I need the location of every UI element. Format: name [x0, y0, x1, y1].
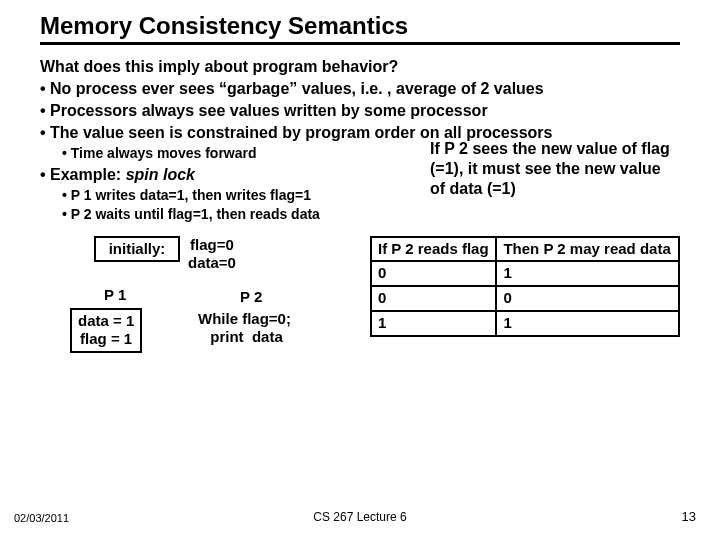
cell: 1 [371, 311, 496, 336]
example-em: spin lock [126, 166, 195, 183]
truth-table: If P 2 reads flag Then P 2 may read data… [370, 232, 680, 337]
bullet-1: No process ever sees “garbage” values, i… [40, 79, 680, 99]
lead-question: What does this imply about program behav… [40, 57, 680, 77]
slide: Memory Consistency Semantics What does t… [0, 0, 720, 540]
p1-label: P 1 [104, 286, 126, 305]
sub-ex1: P 1 writes data=1, then writes flag=1 [40, 187, 424, 205]
table-row: 0 1 [371, 261, 679, 286]
initially-label: initially: [94, 236, 180, 263]
bullet-2: Processors always see values written by … [40, 101, 680, 121]
table-row: 0 0 [371, 286, 679, 311]
p2-body: While flag=0; print data [198, 310, 291, 348]
cell: 1 [496, 261, 679, 286]
footer-date: 02/03/2011 [14, 512, 69, 524]
cell: 0 [371, 286, 496, 311]
sub-ex2: P 2 waits until flag=1, then reads data [40, 206, 424, 224]
footer-center: CS 267 Lecture 6 [313, 510, 406, 524]
example-line: Example: spin lock [40, 165, 424, 185]
side-note: If P 2 sees the new value of flag (=1), … [424, 139, 680, 226]
diagram: initially: flag=0 data=0 P 1 P 2 data = … [40, 232, 370, 337]
cell: 0 [371, 261, 496, 286]
th-reads-flag: If P 2 reads flag [371, 237, 496, 262]
table-row: 1 1 [371, 311, 679, 336]
example-label: Example: [50, 166, 126, 183]
initially-values: flag=0 data=0 [188, 236, 236, 274]
p2-label: P 2 [240, 288, 262, 307]
cell: 0 [496, 286, 679, 311]
content-area: What does this imply about program behav… [40, 57, 680, 337]
sub-time: Time always moves forward [40, 145, 424, 163]
footer-page: 13 [682, 509, 696, 524]
th-read-data: Then P 2 may read data [496, 237, 679, 262]
slide-title: Memory Consistency Semantics [40, 12, 680, 45]
p1-body: data = 1 flag = 1 [70, 308, 142, 354]
cell: 1 [496, 311, 679, 336]
